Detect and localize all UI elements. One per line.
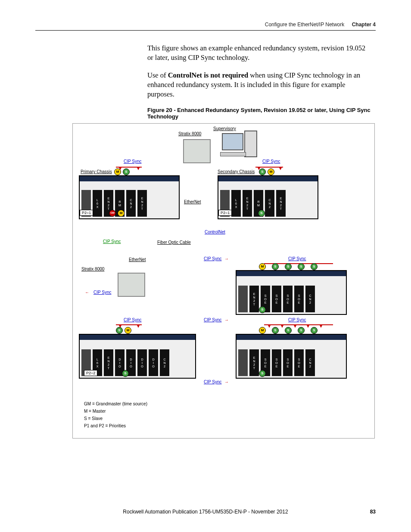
keyboard-icon bbox=[220, 152, 246, 156]
slot-soe-2d: SOE bbox=[294, 349, 304, 376]
legend-m: M = Master bbox=[84, 408, 147, 415]
sync-arrow-ra bbox=[268, 324, 271, 328]
node-s-sec: S bbox=[259, 168, 266, 175]
paragraph-1: This figure shows an example enhanced re… bbox=[147, 44, 371, 63]
sync-arrow-1b bbox=[137, 167, 140, 170]
label-cipsync-fiber-l: CIP Sync bbox=[103, 239, 121, 244]
section-title: Configure the EtherNet/IP Network bbox=[265, 22, 345, 28]
io-chassis-2: EN2T SOE SOE SOE SOE CN2 bbox=[236, 334, 347, 379]
slot-en2t-s: EN2T bbox=[243, 190, 252, 217]
node-s-lra: S bbox=[272, 327, 279, 334]
label-primary: Primary Chassis bbox=[81, 169, 112, 174]
label-ethernet-2: EtherNet bbox=[129, 257, 146, 262]
slot-psio2 bbox=[238, 349, 248, 376]
arrow-bot: → bbox=[224, 380, 229, 384]
page: Configure the EtherNet/IP Network Chapte… bbox=[0, 0, 411, 439]
p2-1-secondary: P2=1 bbox=[218, 210, 232, 216]
stratix-switch-top bbox=[183, 139, 211, 163]
label-stratix-left: Stratix 8000 bbox=[81, 267, 104, 271]
p2-a: Use of bbox=[147, 71, 168, 79]
slot-dio-c: DIO bbox=[137, 349, 147, 376]
sync-arrow-2b bbox=[279, 167, 282, 170]
paragraph-2: Use of ControlNet is not required when u… bbox=[147, 71, 371, 100]
tower-icon bbox=[244, 131, 257, 157]
chapter-label: Chapter 4 bbox=[352, 22, 376, 28]
label-fiber: Fiber Optic Cable bbox=[157, 240, 191, 245]
node-s-io1d: S bbox=[311, 263, 318, 270]
arrow-lowm: → bbox=[224, 317, 229, 322]
label-supervisory: Supervisory bbox=[213, 126, 236, 131]
node-m-io1: M bbox=[259, 263, 266, 270]
label-secondary: Secondary Chassis bbox=[218, 169, 255, 174]
legend-gm: GM = Grandmaster (time source) bbox=[84, 400, 147, 408]
slot-en2t-ll: EN2T bbox=[104, 349, 113, 376]
label-cipsync-midr: CIP Sync bbox=[288, 256, 306, 261]
figure-legend: GM = Grandmaster (time source) M = Maste… bbox=[84, 400, 147, 429]
p2-bold: ControlNet is not required bbox=[168, 71, 249, 79]
sync-arrow-re bbox=[319, 324, 323, 328]
slot-l6x: L6X bbox=[93, 190, 102, 217]
slot-soe-1b: SOE bbox=[272, 286, 281, 312]
node-s-lrd: S bbox=[311, 327, 318, 334]
label-cipsync-mid: CIP Sync bbox=[204, 256, 222, 261]
slot-psio1 bbox=[238, 286, 248, 312]
sync-arrow-lb bbox=[137, 324, 140, 328]
slot-soe-1d: SOE bbox=[294, 286, 304, 312]
label-ethernet-1: EtherNet bbox=[184, 199, 201, 204]
sync-arrow-rc bbox=[293, 324, 297, 328]
node-m-primary: M bbox=[114, 168, 121, 175]
label-cipsync-lowm: CIP Sync bbox=[204, 317, 222, 322]
slot-cn2-ll: CN2 bbox=[160, 349, 169, 376]
label-cipsync-2: CIP Sync bbox=[262, 159, 280, 164]
slot-dio-d: DIO bbox=[149, 349, 158, 376]
supervisory-pc bbox=[222, 133, 265, 168]
stratix-switch-left bbox=[118, 273, 145, 297]
figure-20: Supervisory Stratix 8000 CIP Sync CIP Sy… bbox=[72, 123, 375, 439]
primary-chassis: L6X EN2T RM CN2 EN2T bbox=[79, 175, 180, 219]
node-s-lrb: S bbox=[285, 327, 292, 334]
secondary-chassis: L6X EN2T RM CN2 EN2T bbox=[218, 175, 318, 219]
slot-en2t-io2: EN2T bbox=[249, 349, 259, 376]
node-s-primary: S bbox=[123, 168, 130, 175]
label-controlnet: ControlNet bbox=[205, 230, 225, 234]
page-number: 83 bbox=[370, 509, 376, 515]
body-column: This figure shows an example enhanced re… bbox=[147, 44, 371, 120]
slot-l6x-s: L6X bbox=[231, 190, 241, 217]
slot-en2t-io1: EN2T bbox=[249, 286, 259, 312]
io-chassis-1: EN2T SOE SOE SOE SOE CN2 bbox=[236, 270, 347, 315]
label-cipsync-bot: CIP Sync bbox=[204, 380, 222, 384]
label-stratix-top: Stratix 8000 bbox=[178, 131, 201, 136]
node-m-ll: M bbox=[125, 327, 131, 334]
label-cipsync-1: CIP Sync bbox=[124, 159, 142, 164]
p2-1-primary: P2=1 bbox=[80, 210, 93, 216]
node-s-io1c: S bbox=[298, 263, 305, 270]
legend-p: P1 and P2 = Priorities bbox=[84, 422, 147, 429]
node-s-io1b: S bbox=[285, 263, 292, 270]
sync-arrow-rd bbox=[306, 324, 310, 328]
node-s-io1a: S bbox=[272, 263, 279, 270]
slot-en2t2: EN2T bbox=[137, 190, 147, 217]
publication-line: Rockwell Automation Publication 1756-UM5… bbox=[0, 509, 411, 515]
p2-2: P2=2 bbox=[84, 370, 97, 376]
slot-soe-2b: SOE bbox=[272, 349, 281, 376]
slot-en2t2-s: EN2T bbox=[276, 190, 286, 217]
slot-soe-1c: SOE bbox=[283, 286, 293, 312]
sync-arrow-rb bbox=[280, 324, 284, 328]
figure-caption: Figure 20 - Enhanced Redundancy System, … bbox=[147, 107, 371, 120]
label-cipsync-lowR: CIP Sync bbox=[288, 317, 306, 322]
slot-cn2-s: CN2 bbox=[265, 190, 274, 217]
label-cipsync-left: CIP Sync bbox=[93, 290, 112, 295]
slot-cn2: CN2 bbox=[126, 190, 136, 217]
node-s-ll: S bbox=[116, 327, 123, 334]
arrow-mid: → bbox=[224, 256, 229, 261]
legend-s: S = Slave bbox=[84, 415, 147, 422]
slot-soe-2c: SOE bbox=[283, 349, 293, 376]
node-s-lrc: S bbox=[298, 327, 305, 334]
slot-cn2-io1: CN2 bbox=[305, 286, 315, 312]
label-cipsync-lowL: CIP Sync bbox=[124, 317, 142, 322]
node-m-lr: M bbox=[259, 327, 266, 334]
node-m-sec: M bbox=[268, 168, 274, 175]
sync-line-lowR bbox=[264, 324, 333, 325]
header-rule bbox=[35, 30, 376, 31]
page-footer: Rockwell Automation Publication 1756-UM5… bbox=[0, 509, 411, 515]
